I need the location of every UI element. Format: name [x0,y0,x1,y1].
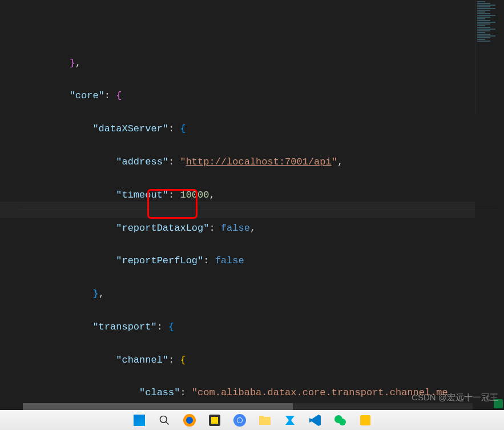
json-key: "class" [139,387,180,398]
app-icon-2[interactable] [283,413,297,428]
json-number: 10000 [180,190,209,200]
code-line[interactable]: }, [23,55,475,72]
json-bool: false [215,255,244,266]
file-explorer-icon[interactable] [257,413,272,428]
open-brace: { [180,123,186,134]
json-key: "core" [70,90,104,101]
search-icon[interactable] [157,413,172,428]
json-key: "address" [116,156,168,167]
windows-taskbar[interactable] [0,410,504,430]
code-line[interactable]: "core": { [23,88,475,105]
code-line[interactable]: "transport": { [23,319,475,336]
json-key: "reportDataxLog" [116,223,209,234]
app-icon-3[interactable] [358,413,373,428]
code-line[interactable]: "channel": { [23,352,475,369]
open-brace: { [168,322,174,332]
close-brace: } [92,288,98,299]
vscode-icon[interactable] [308,413,322,428]
firefox-icon[interactable] [182,413,197,428]
url-link[interactable]: http://localhost:7001/api [186,156,332,167]
json-string: "http://localhost:7001/api" [180,156,337,167]
code-line[interactable]: "class": "com.alibaba.datax.core.transpo… [23,385,475,401]
svg-point-0 [160,416,167,423]
svg-point-3 [186,417,193,424]
code-editor[interactable]: }, "core": { "dataXServer": { "address":… [0,0,475,430]
svg-rect-9 [259,417,271,425]
svg-rect-13 [360,415,370,425]
json-key: "dataXServer" [92,123,168,134]
wechat-icon[interactable] [333,413,348,428]
json-key: "transport" [92,322,156,332]
svg-point-12 [339,419,346,425]
chrome-icon[interactable] [232,413,247,428]
json-key: "reportPerfLog" [116,255,203,266]
app-icon[interactable] [207,413,222,428]
close-brace: } [70,58,75,69]
windows-start-icon[interactable] [132,413,147,428]
watermark-text: CSDN @宏远十一冠王 [412,390,498,405]
code-line[interactable]: }, [23,286,475,303]
svg-rect-10 [259,416,264,418]
code-line[interactable]: "dataXServer": { [23,121,475,138]
svg-line-1 [166,421,168,424]
code-line[interactable]: "reportPerfLog": false [23,253,475,270]
svg-point-8 [237,418,242,423]
json-bool: false [221,223,250,234]
svg-rect-5 [211,417,218,424]
minimap[interactable] [475,0,504,114]
code-line[interactable]: "address": "http://localhost:7001/api", [23,154,475,171]
open-brace: { [116,90,122,101]
json-key: "timeout" [116,190,168,200]
horizontal-scrollbar[interactable] [23,403,473,410]
scrollbar-thumb[interactable] [23,403,293,410]
open-brace: { [180,355,186,365]
minimap-content [476,0,504,43]
json-key: "channel" [116,355,168,365]
json-string: "com.alibaba.datax.core.transport.channe… [192,387,448,398]
code-line[interactable]: "reportDataxLog": false, [23,220,475,237]
